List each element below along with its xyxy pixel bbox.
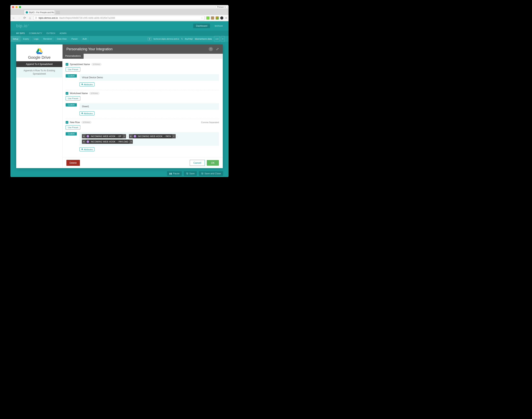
address-bar[interactable]: 🗋 bipio.demos.wot.io/dash#/bipio/44b6873…: [34, 16, 204, 20]
use-preset-button[interactable]: Use Preset: [66, 125, 80, 130]
token-source: INCOMING WEB HOOK: [137, 135, 163, 137]
subtab-dataview[interactable]: Data View: [55, 36, 69, 42]
custom-tag: Custom: [66, 74, 77, 78]
page-icon: 🗋: [35, 16, 37, 19]
attributes-button[interactable]: ✚Attributes: [80, 111, 94, 115]
close-window-icon[interactable]: [12, 6, 14, 8]
save-icon: 🖫: [186, 172, 188, 175]
token-path[interactable]: ✕ ⦿ INCOMING WEB HOOK › PATH ▾: [129, 134, 176, 138]
subtab-expiry[interactable]: Expiry: [21, 36, 32, 42]
left-panel: Google Drive Append To A Spreadsheet App…: [16, 44, 62, 168]
svg-marker-3: [36, 52, 41, 54]
custom-tag: Custom: [66, 132, 77, 135]
action-description: Appends A Row To An Existing Spreadsheet: [16, 67, 62, 78]
url-domain: bipio.demos.wot.io: [39, 17, 58, 19]
token-dropdown-icon[interactable]: ▾: [129, 140, 133, 144]
username-label[interactable]: techcon: [215, 25, 223, 27]
token-dropdown-icon[interactable]: ▾: [123, 134, 126, 138]
remove-token-icon[interactable]: ✕: [129, 134, 133, 138]
extension-icon[interactable]: [211, 16, 214, 20]
share-chip[interactable]: ∞ ▾: [214, 36, 220, 42]
profile-chip[interactable]: Person 1: [216, 5, 227, 9]
subtab-logs[interactable]: Logs: [31, 36, 41, 42]
attributes-button[interactable]: ✚Attributes: [80, 147, 94, 151]
field-label: New Row: [70, 121, 80, 124]
home-button[interactable]: ⌂: [28, 16, 32, 20]
use-preset-button[interactable]: Use Preset: [66, 67, 80, 71]
browser-window: Person 1 BipIO - For People and Ro × ← →…: [11, 5, 229, 177]
save-button[interactable]: 🖫Save: [184, 171, 197, 176]
token-source: INCOMING WEB HOOK: [90, 141, 116, 143]
extension-icons: [206, 16, 223, 20]
subtab-auth[interactable]: Auth: [80, 36, 89, 42]
subtab-setup[interactable]: Setup: [11, 36, 21, 42]
ok-button[interactable]: OK: [207, 160, 219, 166]
traffic-lights: [12, 6, 21, 8]
expand-icon[interactable]: ⤢: [216, 47, 219, 51]
token-dropdown-icon[interactable]: ▾: [172, 134, 176, 138]
separator: ,: [177, 135, 177, 138]
use-preset-button[interactable]: Use Preset: [66, 96, 80, 101]
panel-footer: Delete Cancel OK: [62, 157, 223, 168]
type-pill: STRING: [81, 121, 91, 124]
url-path: /dash#/bipio/44b68738-cf45-4d4b-a64b-401…: [59, 17, 115, 19]
action-name: Append To A Spreadsheet: [16, 61, 62, 67]
remove-token-icon[interactable]: ✕: [82, 140, 86, 144]
nav-community[interactable]: COMMUNITY: [29, 32, 42, 34]
endpoint-prefix: /bip/http/: [185, 38, 193, 40]
tab-strip: BipIO - For People and Ro ×: [11, 9, 229, 15]
nav-outbox[interactable]: OUTBOX: [46, 32, 55, 34]
token-source: INCOMING WEB HOOK: [90, 135, 116, 137]
token-field: PAYLOAD: [118, 141, 129, 143]
worksheet-value-input[interactable]: Sheet1: [80, 103, 219, 110]
browser-toolbar: ← → ⟳ ⌂ 🗋 bipio.demos.wot.io/dash#/bipio…: [11, 15, 229, 21]
spreadsheet-value-input[interactable]: Virtual Device Demo: [80, 74, 219, 81]
forward-button[interactable]: →: [17, 16, 21, 20]
minimize-window-icon[interactable]: [15, 6, 18, 8]
token-field: EP: [118, 135, 123, 137]
secondary-nav: Setup Expiry Logs Renderer Data View Par…: [11, 36, 229, 42]
extension-icon[interactable]: [216, 16, 219, 20]
token-payload[interactable]: ✕ ⦿ INCOMING WEB HOOK › PAYLOAD ▾: [82, 140, 133, 144]
field-worksheet-name: ✓ Worksheet Name STRING Use Preset Custo…: [66, 90, 219, 119]
subtab-renderer[interactable]: Renderer: [41, 36, 55, 42]
token-field: PATH: [165, 135, 172, 137]
nav-my-bips[interactable]: MY BIPS: [16, 32, 25, 34]
separator: ,: [127, 135, 128, 138]
field-hint: Comma Separated: [201, 121, 219, 123]
reload-button[interactable]: ⟳: [23, 16, 26, 20]
token-ep[interactable]: ✕ ⦿ INCOMING WEB HOOK › EP ▾: [82, 134, 126, 138]
tab-personalizations[interactable]: Personalizations: [62, 54, 84, 59]
brand-part-b: .io: [22, 23, 27, 28]
checkbox-icon[interactable]: ✓: [66, 92, 68, 95]
link-chip[interactable]: ⚲: [148, 38, 151, 40]
app-viewport: bip.io™ Dashboard techcon MY BIPS COMMUN…: [11, 21, 229, 177]
custom-tag: Custom: [66, 103, 77, 106]
brand-logo[interactable]: bip.io™: [16, 23, 29, 28]
pause-button[interactable]: ▮▮Pause: [167, 171, 182, 176]
remove-token-icon[interactable]: ✕: [82, 134, 86, 138]
extension-icon[interactable]: [220, 16, 223, 20]
save-and-close-button[interactable]: 🖫Save and Close: [199, 171, 223, 176]
app-header: bip.io™ Dashboard techcon: [11, 21, 229, 30]
subtab-parser[interactable]: Parser: [69, 36, 80, 42]
nav-admin[interactable]: ADMIN: [60, 32, 66, 34]
endpoint-value[interactable]: bbsmartworx-data: [195, 38, 212, 40]
dashboard-button[interactable]: Dashboard: [193, 24, 210, 28]
close-chip[interactable]: ×: [221, 36, 225, 42]
newrow-value-input[interactable]: ✕ ⦿ INCOMING WEB HOOK › EP ▾ ,: [80, 132, 219, 146]
bookmark-star-icon[interactable]: ☆: [201, 17, 203, 19]
back-button[interactable]: ←: [12, 16, 15, 20]
browser-tab[interactable]: BipIO - For People and Ro ×: [24, 10, 55, 14]
new-tab-button[interactable]: [56, 11, 60, 14]
checkbox-icon[interactable]: ✓: [66, 121, 68, 124]
extension-icon[interactable]: [206, 16, 210, 20]
help-icon[interactable]: ?: [209, 47, 213, 51]
cancel-button[interactable]: Cancel: [190, 160, 205, 166]
fullscreen-window-icon[interactable]: [19, 6, 21, 8]
checkbox-icon[interactable]: ✓: [66, 63, 68, 66]
menu-icon[interactable]: ≡: [225, 16, 227, 20]
delete-button[interactable]: Delete: [66, 160, 80, 166]
panel-header: Personalizing Your Integration ? ⤢: [62, 44, 223, 54]
attributes-button[interactable]: ✚Attributes: [80, 82, 94, 86]
